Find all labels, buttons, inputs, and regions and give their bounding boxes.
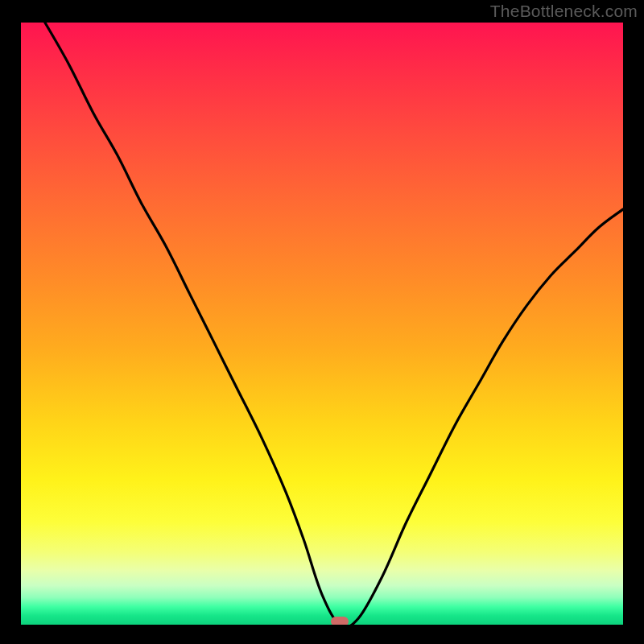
optimum-marker <box>331 617 349 625</box>
plot-area <box>21 23 623 625</box>
bottleneck-curve <box>21 23 623 625</box>
watermark-text: TheBottleneck.com <box>490 2 638 21</box>
chart-frame: TheBottleneck.com <box>0 0 644 644</box>
curve-path <box>45 23 623 625</box>
